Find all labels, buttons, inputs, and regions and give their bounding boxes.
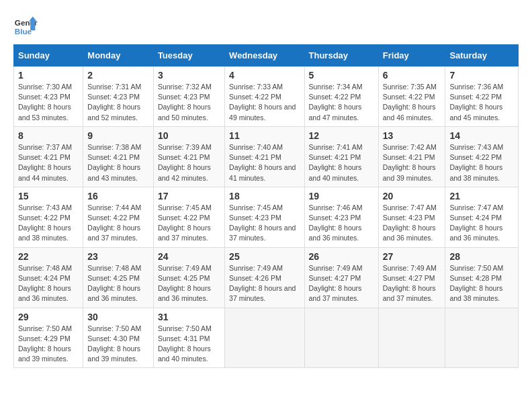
day-info: Sunrise: 7:49 AM Sunset: 4:27 PM Dayligh…	[309, 263, 374, 304]
calendar-day-cell	[225, 308, 304, 368]
daylight-label: Daylight: 8 hours and 38 minutes.	[18, 224, 71, 242]
daylight-label: Daylight: 8 hours and 37 minutes.	[309, 284, 362, 302]
calendar-day-cell: 6 Sunrise: 7:35 AM Sunset: 4:22 PM Dayli…	[378, 66, 445, 127]
sunrise-label: Sunrise: 7:32 AM	[158, 83, 212, 91]
calendar-day-cell: 1 Sunrise: 7:30 AM Sunset: 4:23 PM Dayli…	[14, 66, 83, 127]
calendar-day-cell: 22 Sunrise: 7:48 AM Sunset: 4:24 PM Dayl…	[14, 247, 83, 308]
sunset-label: Sunset: 4:23 PM	[18, 93, 71, 101]
day-number: 1	[18, 70, 79, 81]
calendar-day-cell: 27 Sunrise: 7:49 AM Sunset: 4:27 PM Dayl…	[378, 247, 445, 308]
header-sunday: Sunday	[14, 45, 83, 66]
calendar-header-row: Sunday Monday Tuesday Wednesday Thursday…	[14, 45, 519, 66]
calendar-day-cell: 29 Sunrise: 7:50 AM Sunset: 4:29 PM Dayl…	[14, 308, 83, 368]
daylight-label: Daylight: 8 hours and 53 minutes.	[18, 103, 71, 121]
daylight-label: Daylight: 8 hours and 36 minutes.	[383, 224, 436, 242]
day-info: Sunrise: 7:48 AM Sunset: 4:25 PM Dayligh…	[87, 263, 149, 304]
calendar-day-cell: 13 Sunrise: 7:42 AM Sunset: 4:21 PM Dayl…	[378, 126, 445, 187]
calendar-day-cell: 15 Sunrise: 7:43 AM Sunset: 4:22 PM Dayl…	[14, 187, 83, 247]
header-saturday: Saturday	[445, 45, 519, 66]
logo: General Blue	[13, 13, 38, 38]
day-info: Sunrise: 7:49 AM Sunset: 4:26 PM Dayligh…	[229, 263, 300, 304]
sunrise-label: Sunrise: 7:43 AM	[449, 143, 503, 151]
day-info: Sunrise: 7:44 AM Sunset: 4:22 PM Dayligh…	[87, 203, 149, 244]
header-wednesday: Wednesday	[225, 45, 304, 66]
page-header: General Blue	[13, 13, 519, 38]
daylight-label: Daylight: 8 hours and 37 minutes.	[87, 224, 140, 242]
calendar-day-cell: 28 Sunrise: 7:50 AM Sunset: 4:28 PM Dayl…	[445, 247, 519, 308]
sunset-label: Sunset: 4:22 PM	[449, 153, 502, 161]
day-number: 6	[383, 70, 441, 81]
sunset-label: Sunset: 4:23 PM	[309, 214, 361, 222]
daylight-label: Daylight: 8 hours and 44 minutes.	[18, 163, 71, 181]
day-number: 29	[18, 312, 79, 322]
sunrise-label: Sunrise: 7:40 AM	[229, 143, 283, 151]
day-info: Sunrise: 7:34 AM Sunset: 4:22 PM Dayligh…	[309, 82, 374, 123]
logo-icon: General Blue	[13, 13, 38, 38]
daylight-label: Daylight: 8 hours and 36 minutes.	[309, 224, 362, 242]
daylight-label: Daylight: 8 hours and 45 minutes.	[449, 103, 502, 121]
day-info: Sunrise: 7:30 AM Sunset: 4:23 PM Dayligh…	[18, 82, 79, 123]
calendar-day-cell: 17 Sunrise: 7:45 AM Sunset: 4:22 PM Dayl…	[153, 187, 224, 247]
daylight-label: Daylight: 8 hours and 38 minutes.	[449, 284, 502, 302]
daylight-label: Daylight: 8 hours and 46 minutes.	[383, 103, 436, 121]
calendar-week-row: 15 Sunrise: 7:43 AM Sunset: 4:22 PM Dayl…	[14, 187, 519, 247]
day-number: 11	[229, 130, 300, 141]
calendar-day-cell: 12 Sunrise: 7:41 AM Sunset: 4:21 PM Dayl…	[304, 126, 378, 187]
daylight-label: Daylight: 8 hours and 47 minutes.	[309, 103, 362, 121]
day-info: Sunrise: 7:45 AM Sunset: 4:23 PM Dayligh…	[229, 203, 300, 244]
calendar-day-cell: 24 Sunrise: 7:49 AM Sunset: 4:25 PM Dayl…	[153, 247, 224, 308]
sunrise-label: Sunrise: 7:49 AM	[229, 264, 283, 272]
daylight-label: Daylight: 8 hours and 52 minutes.	[87, 103, 140, 121]
calendar-day-cell	[445, 308, 519, 368]
day-number: 12	[309, 130, 374, 141]
day-number: 4	[229, 70, 300, 81]
calendar-day-cell: 14 Sunrise: 7:43 AM Sunset: 4:22 PM Dayl…	[445, 126, 519, 187]
sunrise-label: Sunrise: 7:31 AM	[87, 83, 141, 91]
day-info: Sunrise: 7:47 AM Sunset: 4:23 PM Dayligh…	[383, 203, 441, 244]
day-number: 31	[158, 312, 220, 322]
day-number: 13	[383, 130, 441, 141]
sunrise-label: Sunrise: 7:34 AM	[309, 83, 363, 91]
daylight-label: Daylight: 8 hours and 37 minutes.	[158, 224, 211, 242]
day-info: Sunrise: 7:40 AM Sunset: 4:21 PM Dayligh…	[229, 142, 300, 183]
sunrise-label: Sunrise: 7:33 AM	[229, 83, 283, 91]
calendar-day-cell: 25 Sunrise: 7:49 AM Sunset: 4:26 PM Dayl…	[225, 247, 304, 308]
sunset-label: Sunset: 4:23 PM	[158, 93, 210, 101]
calendar-day-cell: 20 Sunrise: 7:47 AM Sunset: 4:23 PM Dayl…	[378, 187, 445, 247]
daylight-label: Daylight: 8 hours and 36 minutes.	[158, 284, 211, 302]
day-number: 27	[383, 251, 441, 262]
sunrise-label: Sunrise: 7:48 AM	[87, 264, 141, 272]
calendar-day-cell: 7 Sunrise: 7:36 AM Sunset: 4:22 PM Dayli…	[445, 66, 519, 127]
sunset-label: Sunset: 4:21 PM	[18, 153, 71, 161]
daylight-label: Daylight: 8 hours and 40 minutes.	[158, 345, 211, 363]
sunset-label: Sunset: 4:22 PM	[309, 93, 361, 101]
day-number: 21	[449, 191, 514, 201]
calendar-day-cell: 30 Sunrise: 7:50 AM Sunset: 4:30 PM Dayl…	[83, 308, 154, 368]
daylight-label: Daylight: 8 hours and 36 minutes.	[87, 284, 140, 302]
daylight-label: Daylight: 8 hours and 41 minutes.	[229, 163, 296, 181]
calendar-day-cell: 19 Sunrise: 7:46 AM Sunset: 4:23 PM Dayl…	[304, 187, 378, 247]
sunset-label: Sunset: 4:21 PM	[309, 153, 361, 161]
daylight-label: Daylight: 8 hours and 38 minutes.	[449, 163, 502, 181]
sunset-label: Sunset: 4:21 PM	[158, 153, 210, 161]
day-number: 3	[158, 70, 220, 81]
day-info: Sunrise: 7:36 AM Sunset: 4:22 PM Dayligh…	[449, 82, 514, 123]
daylight-label: Daylight: 8 hours and 49 minutes.	[229, 103, 296, 121]
calendar-body: 1 Sunrise: 7:30 AM Sunset: 4:23 PM Dayli…	[14, 66, 519, 368]
sunrise-label: Sunrise: 7:43 AM	[18, 203, 72, 212]
daylight-label: Daylight: 8 hours and 37 minutes.	[229, 284, 296, 302]
calendar-day-cell: 21 Sunrise: 7:47 AM Sunset: 4:24 PM Dayl…	[445, 187, 519, 247]
calendar-week-row: 29 Sunrise: 7:50 AM Sunset: 4:29 PM Dayl…	[14, 308, 519, 368]
sunrise-label: Sunrise: 7:37 AM	[18, 143, 72, 151]
sunset-label: Sunset: 4:22 PM	[229, 93, 281, 101]
sunrise-label: Sunrise: 7:42 AM	[383, 143, 437, 151]
day-info: Sunrise: 7:31 AM Sunset: 4:23 PM Dayligh…	[87, 82, 149, 123]
sunrise-label: Sunrise: 7:44 AM	[87, 203, 141, 212]
day-info: Sunrise: 7:46 AM Sunset: 4:23 PM Dayligh…	[309, 203, 374, 244]
day-number: 28	[449, 251, 514, 262]
day-number: 7	[449, 70, 514, 81]
sunrise-label: Sunrise: 7:30 AM	[18, 83, 72, 91]
day-info: Sunrise: 7:41 AM Sunset: 4:21 PM Dayligh…	[309, 142, 374, 183]
calendar-day-cell: 2 Sunrise: 7:31 AM Sunset: 4:23 PM Dayli…	[83, 66, 154, 127]
day-info: Sunrise: 7:50 AM Sunset: 4:28 PM Dayligh…	[449, 263, 514, 304]
